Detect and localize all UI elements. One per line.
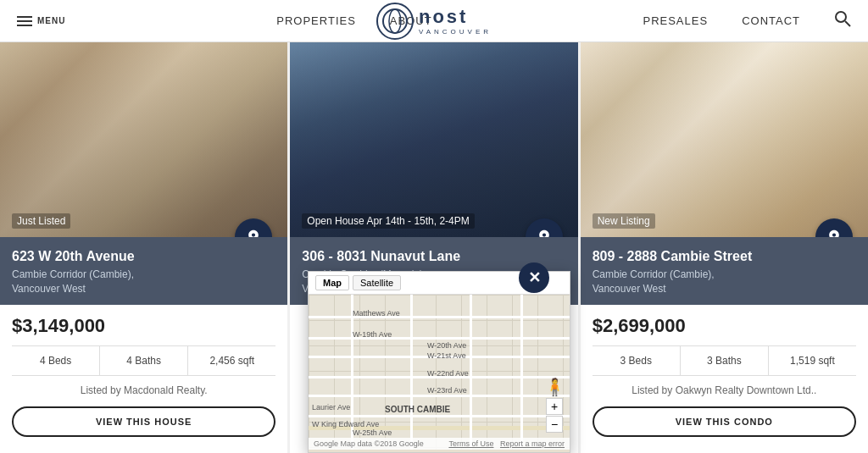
road-v-3 xyxy=(470,295,472,450)
listing-address-2: 306 - 8031 Nunavut Lane xyxy=(302,249,565,264)
zoom-in-button[interactable]: + xyxy=(546,398,563,415)
logo: nost VANCOUVER xyxy=(376,3,492,40)
listing-image-1: Just Listed xyxy=(0,42,287,237)
map-street-label-9: W-25th Ave xyxy=(353,428,392,437)
terms-link[interactable]: Terms of Use xyxy=(448,439,493,448)
svg-point-2 xyxy=(836,12,846,22)
listing-price-section-1: $3,149,000 4 Beds 4 Baths 2,456 sqft xyxy=(0,305,287,376)
logo-text: nost xyxy=(419,6,492,28)
map-links: Terms of Use Report a map error xyxy=(448,439,565,448)
map-street-label-5: W-22nd Ave xyxy=(427,369,469,378)
svg-point-0 xyxy=(383,9,407,33)
map-body[interactable]: Matthews Ave W-19th Ave W-20th Ave W-21s… xyxy=(309,295,570,450)
logo-svg xyxy=(381,8,409,35)
listing-card-3: New Listing 809 - 2888 Cambie Street Cam… xyxy=(581,42,868,453)
road-h-2 xyxy=(309,337,570,340)
logo-sub: VANCOUVER xyxy=(419,28,492,36)
listing-badge-1: Just Listed xyxy=(12,213,70,229)
map-street-label-6: W-23rd Ave xyxy=(427,386,467,395)
map-pin-button-3[interactable] xyxy=(815,218,853,237)
map-pin-button-2[interactable] xyxy=(526,218,563,237)
listing-price-1: $3,149,000 xyxy=(12,315,275,337)
listing-badge-3: New Listing xyxy=(593,213,655,229)
map-pin-button-1[interactable] xyxy=(235,218,272,237)
view-house-button-1[interactable]: VIEW THIS HOUSE xyxy=(12,406,275,437)
map-zoom-controls: + − xyxy=(546,398,563,433)
listing-address-3: 809 - 2888 Cambie Street xyxy=(593,249,856,264)
map-street-label-8: W King Edward Ave xyxy=(312,420,379,428)
nav-presales[interactable]: PRESALES xyxy=(643,14,708,27)
road-h-1 xyxy=(309,316,570,318)
report-link[interactable]: Report a map error xyxy=(500,439,565,448)
spec-baths-1: 4 Baths xyxy=(100,346,188,375)
logo-circle xyxy=(376,3,414,40)
listing-suburb-3: Cambie Corridor (Cambie), Vancouver West xyxy=(593,268,856,296)
map-street-label-1: Matthews Ave xyxy=(353,309,400,318)
map-street-label-4: W-21st Ave xyxy=(427,351,466,360)
map-street-label-2: W-19th Ave xyxy=(353,330,392,339)
map-street-label-3: W-20th Ave xyxy=(427,341,466,350)
view-condo-button-3[interactable]: VIEW THIS CONDO xyxy=(593,406,856,437)
map-south-cambie: SOUTH CAMBIE xyxy=(385,405,450,414)
listing-info-3: 809 - 2888 Cambie Street Cambie Corridor… xyxy=(581,237,868,305)
road-h-6 xyxy=(309,415,570,417)
listing-card-1: Just Listed 623 W 20th Avenue Cambie Cor… xyxy=(0,42,290,453)
listing-info-1: 623 W 20th Avenue Cambie Corridor (Cambi… xyxy=(0,237,287,305)
listing-specs-1: 4 Beds 4 Baths 2,456 sqft xyxy=(12,345,275,376)
listing-agent-1: Listed by Macdonald Realty. xyxy=(0,376,287,401)
spec-baths-3: 3 Baths xyxy=(681,346,769,375)
map-close-button[interactable]: ✕ xyxy=(519,262,549,293)
zoom-out-button[interactable]: − xyxy=(546,416,563,433)
menu-label: MENU xyxy=(37,16,65,25)
map-overlay: Map Satellite Matthews Ave W-19th Ave W-… xyxy=(308,271,570,453)
svg-line-3 xyxy=(845,21,850,26)
spec-sqft-3: 1,519 sqft xyxy=(769,346,856,375)
road-v-2 xyxy=(410,295,413,450)
listing-agent-3: Listed by Oakwyn Realty Downtown Ltd.. xyxy=(581,376,868,401)
svg-point-1 xyxy=(389,9,401,33)
listing-image-2: Open House Apr 14th - 15th, 2-4PM xyxy=(290,42,577,237)
listing-badge-2: Open House Apr 14th - 15th, 2-4PM xyxy=(302,213,474,229)
nav-contact[interactable]: CONTACT xyxy=(742,14,800,27)
map-tab-satellite[interactable]: Satellite xyxy=(353,275,401,290)
map-footer: Google Map data ©2018 Google Terms of Us… xyxy=(309,438,570,450)
hamburger-icon xyxy=(17,16,32,26)
map-copyright: Google Map data ©2018 Google xyxy=(314,439,424,448)
spec-sqft-1: 2,456 sqft xyxy=(188,346,275,375)
nav-properties[interactable]: PROPERTIES xyxy=(276,14,356,27)
spec-beds-3: 3 Beds xyxy=(593,346,681,375)
road-v-4 xyxy=(520,295,523,450)
listing-image-3: New Listing xyxy=(581,42,868,237)
pegman-icon[interactable]: 🧍 xyxy=(546,375,563,399)
map-tab-map[interactable]: Map xyxy=(315,275,349,290)
listing-specs-3: 3 Beds 3 Baths 1,519 sqft xyxy=(593,345,856,376)
road-h-5 xyxy=(309,395,570,397)
listing-address-1: 623 W 20th Avenue xyxy=(12,249,275,264)
listing-price-3: $2,699,000 xyxy=(593,315,856,337)
menu-button[interactable]: MENU xyxy=(17,16,65,26)
header: MENU PROPERTIES ABOUT nost VANCOUVER PRE… xyxy=(0,0,868,42)
right-nav: PRESALES CONTACT xyxy=(643,10,851,31)
search-icon[interactable] xyxy=(834,10,851,31)
map-street-label-7: Laurier Ave xyxy=(312,403,350,412)
listing-price-section-3: $2,699,000 3 Beds 3 Baths 1,519 sqft xyxy=(581,305,868,376)
listing-suburb-1: Cambie Corridor (Cambie), Vancouver West xyxy=(12,268,275,296)
spec-beds-1: 4 Beds xyxy=(12,346,100,375)
